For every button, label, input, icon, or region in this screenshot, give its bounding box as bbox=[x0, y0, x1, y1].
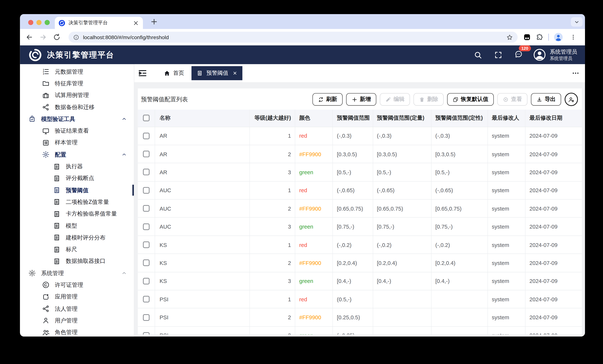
receipt-icon bbox=[53, 258, 61, 265]
reload-icon[interactable] bbox=[53, 33, 61, 41]
sidebar-item-评分截断点[interactable]: 评分截断点 bbox=[20, 172, 134, 184]
sidebar-item-预警阈值[interactable]: 预警阈值 bbox=[20, 184, 134, 196]
chevron-up-icon[interactable] bbox=[121, 152, 127, 158]
bag-check-icon bbox=[28, 115, 36, 123]
table-row: KS2#FF9900[0.2,0.4)[0.2,0.4)[0.2,0.4)sys… bbox=[138, 254, 582, 272]
browser-tab[interactable]: 决策引擎管理平台 bbox=[55, 17, 143, 29]
row-checkbox[interactable] bbox=[143, 223, 150, 230]
恢复默认值-button[interactable]: 恢复默认值 bbox=[447, 93, 494, 106]
sidebar-item-label: 建模时评分分布 bbox=[66, 234, 105, 241]
chevron-up-icon[interactable] bbox=[121, 116, 127, 122]
row-checkbox[interactable] bbox=[143, 187, 150, 194]
sidebar-item-系统管理[interactable]: 系统管理 bbox=[20, 267, 134, 279]
site-info-icon[interactable] bbox=[73, 34, 79, 40]
address-bar[interactable]: localhost:8080/#/mv/config/threshold bbox=[69, 32, 518, 43]
fullscreen-icon[interactable] bbox=[494, 51, 502, 59]
sidebar-item-label: 元数据管理 bbox=[55, 68, 83, 75]
sidebar-item-样本管理[interactable]: 样本管理 bbox=[20, 137, 134, 149]
back-icon[interactable] bbox=[25, 33, 33, 41]
sidebar-item-特征库管理[interactable]: 特征库管理 bbox=[20, 78, 134, 90]
row-checkbox[interactable] bbox=[143, 296, 150, 303]
sidebar-item-应用管理[interactable]: 应用管理 bbox=[20, 291, 134, 303]
sidebar-item-许可证管理[interactable]: 许可证管理 bbox=[20, 279, 134, 291]
sidebar-item-模型[interactable]: 模型 bbox=[20, 220, 134, 232]
extensions-puzzle-icon[interactable] bbox=[536, 33, 543, 41]
browser-profile-avatar[interactable] bbox=[553, 33, 563, 42]
table-cell: system bbox=[488, 127, 525, 145]
row-checkbox[interactable] bbox=[143, 241, 150, 248]
forward-icon[interactable] bbox=[39, 33, 47, 41]
tab-search-button[interactable] bbox=[571, 17, 583, 27]
row-checkbox[interactable] bbox=[143, 260, 150, 266]
table-cell: [0.75,-) bbox=[333, 218, 373, 236]
folder-icon bbox=[42, 80, 50, 87]
sidebar-item-数据备份和迁移[interactable]: 数据备份和迁移 bbox=[20, 101, 134, 113]
sidebar-item-执行器[interactable]: 执行器 bbox=[20, 161, 134, 172]
users-icon bbox=[42, 329, 50, 336]
select-all-checkbox[interactable] bbox=[143, 115, 150, 121]
sidebar-item-角色管理[interactable]: 角色管理 bbox=[20, 327, 134, 337]
chevron-up-icon[interactable] bbox=[121, 271, 127, 276]
bookmark-star-icon[interactable] bbox=[506, 34, 513, 40]
user-avatar-icon[interactable] bbox=[533, 49, 546, 61]
刷新-button[interactable]: 刷新 bbox=[313, 93, 343, 106]
删除-button[interactable]: 删除 bbox=[413, 93, 443, 106]
sidebar-item-配置[interactable]: 配置 bbox=[20, 149, 134, 161]
copyright-icon bbox=[42, 281, 50, 289]
table-cell: 2024-07-09 bbox=[525, 327, 582, 335]
messages-button[interactable]: 120 bbox=[514, 50, 523, 60]
refresh-icon bbox=[318, 96, 324, 102]
sidebar-item-卡方检验临界值常量[interactable]: 卡方检验临界值常量 bbox=[20, 208, 134, 220]
user-role: 系统管理员 bbox=[550, 56, 577, 61]
minimize-window-button[interactable] bbox=[36, 20, 41, 25]
row-checkbox[interactable] bbox=[143, 151, 150, 157]
sidebar-item-模型验证工具[interactable]: 模型验证工具 bbox=[20, 113, 134, 125]
tab-home[interactable]: 首页 bbox=[164, 69, 184, 77]
编辑-button[interactable]: 编辑 bbox=[380, 93, 410, 106]
sidebar-item-建模时评分分布[interactable]: 建模时评分分布 bbox=[20, 232, 134, 244]
查看-button[interactable]: 查看 bbox=[497, 93, 527, 106]
新增-button[interactable]: 新增 bbox=[346, 93, 376, 106]
row-checkbox[interactable] bbox=[143, 133, 150, 139]
row-checkbox[interactable] bbox=[143, 332, 150, 335]
receipt-icon bbox=[53, 234, 61, 241]
table-cell: 2024-07-09 bbox=[525, 199, 582, 218]
导出-button[interactable]: 导出 bbox=[531, 93, 561, 106]
search-icon[interactable] bbox=[474, 51, 482, 59]
table-cell: #FF9900 bbox=[295, 308, 333, 327]
browser-menu-kebab-icon[interactable] bbox=[570, 34, 576, 40]
table-cell: [0.3,0.5) bbox=[431, 145, 488, 163]
close-tab-icon[interactable] bbox=[133, 20, 139, 26]
extension-darkmode-icon[interactable] bbox=[523, 33, 531, 41]
sidebar-item-标尺[interactable]: 标尺 bbox=[20, 244, 134, 255]
sidebar-item-用户管理[interactable]: 用户管理 bbox=[20, 315, 134, 327]
zoom-window-button[interactable] bbox=[45, 20, 49, 25]
table-cell: green bbox=[295, 163, 333, 181]
close-window-button[interactable] bbox=[28, 20, 33, 25]
row-checkbox[interactable] bbox=[143, 169, 150, 175]
table-cell: system bbox=[488, 254, 525, 272]
table-cell: PSI bbox=[155, 308, 250, 327]
sidebar-item-二项检验Z值常量[interactable]: 二项检验Z值常量 bbox=[20, 196, 134, 208]
user-info[interactable]: 系统管理员 系统管理员 bbox=[550, 48, 577, 61]
close-tab-x-icon[interactable] bbox=[233, 71, 237, 76]
sidebar-item-数据抽取器接口[interactable]: 数据抽取器接口 bbox=[20, 255, 134, 267]
sidebar-item-试算用例管理[interactable]: 试算用例管理 bbox=[20, 90, 134, 101]
new-tab-button[interactable] bbox=[150, 18, 158, 26]
app-icon bbox=[42, 293, 50, 301]
row-checkbox[interactable] bbox=[143, 205, 150, 212]
collapse-sidebar-icon[interactable] bbox=[137, 68, 148, 78]
more-tabs-ellipsis-icon[interactable] bbox=[572, 69, 580, 77]
sidebar-item-验证结果查看[interactable]: 验证结果查看 bbox=[20, 125, 134, 137]
sidebar-item-法人管理[interactable]: 法人管理 bbox=[20, 303, 134, 315]
sidebar-item-元数据管理[interactable]: 123元数据管理 bbox=[20, 66, 134, 78]
panel-toolbar: 预警阈值配置列表 刷新新增编辑删除恢复默认值查看导出 bbox=[138, 89, 582, 108]
browser-toolbar: localhost:8080/#/mv/config/threshold bbox=[20, 29, 585, 46]
row-checkbox[interactable] bbox=[143, 314, 150, 321]
tab-active-threshold[interactable]: 预警阈值 bbox=[191, 66, 242, 80]
user-settings-button[interactable] bbox=[565, 93, 578, 106]
table-cell bbox=[431, 327, 488, 335]
app-header: 决策引擎管理平台 120 系统管理员 bbox=[20, 46, 585, 64]
table-cell: 2024-07-09 bbox=[525, 145, 582, 163]
row-checkbox[interactable] bbox=[143, 278, 150, 284]
